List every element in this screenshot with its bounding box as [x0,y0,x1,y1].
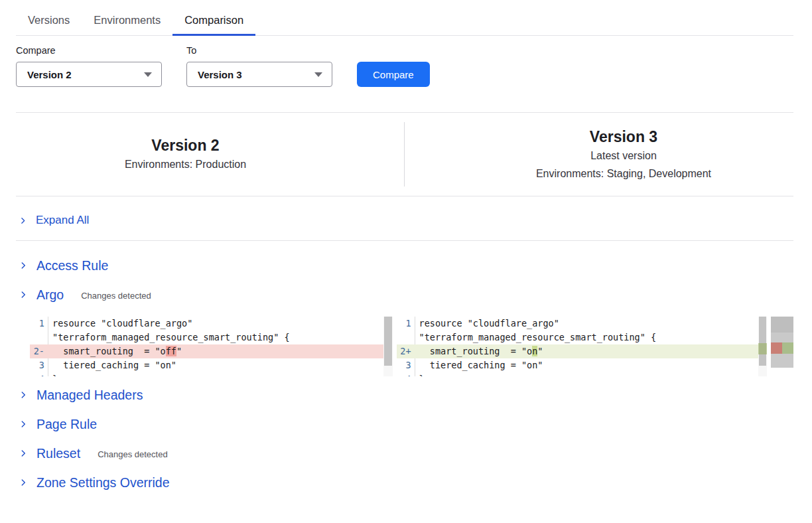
diff-code-left: 1 resource "cloudflare_argo" "terraform_… [30,317,383,376]
line-code: resource "cloudflare_argo" [48,317,192,331]
version-headers: Version 2 Environments: Production Versi… [16,113,793,196]
scrollbar-thumb[interactable] [759,317,766,366]
expand-all-button[interactable]: Expand All [19,214,89,227]
section-label: Argo [36,287,64,303]
diff-line: 3 tiered_caching = "on" [30,358,383,372]
version-left-title: Version 2 [16,135,355,155]
version-right-environments: Environments: Staging, Development [454,165,793,183]
line-number [30,331,48,344]
overview-added-marker [782,342,793,354]
scrollbar-added-marker [758,343,767,354]
diff-line-removed: 2- smart_routing = "off" [30,344,383,358]
chevron-down-icon [144,72,152,77]
compare-to-select[interactable]: Version 3 [186,62,332,87]
line-code: } [415,372,425,376]
diff-line: 3 tiered_caching = "on" [397,358,758,372]
version-left-header: Version 2 Environments: Production [16,135,404,173]
changes-badge: Changes detected [81,289,151,301]
line-number: 3 [397,358,415,372]
diff-line-added: 2+ smart_routing = "on" [397,344,758,358]
expand-all-row: Expand All [16,196,793,241]
line-number [397,331,415,344]
diff-line: 4 } [397,372,758,376]
chevron-right-icon [19,449,28,458]
compare-button[interactable]: Compare [357,62,430,87]
version-right-header: Version 3 Latest version Environments: S… [405,127,793,183]
argo-diff-view: 1 resource "cloudflare_argo" "terraform_… [30,317,793,376]
line-code: smart_routing = "on" [415,344,543,358]
chevron-right-icon [19,261,28,270]
section-label: Zone Settings Override [36,475,170,490]
line-code: smart_routing = "off" [48,344,182,358]
resource-sections: Access Rule Argo Changes detected 1 reso… [16,241,793,490]
section-access-rule[interactable]: Access Rule [16,258,793,273]
version-left-environments: Environments: Production [16,155,355,173]
changes-badge: Changes detected [98,447,168,459]
section-label: Access Rule [36,258,108,273]
line-code: "terraform_managed_resource_smart_routin… [415,331,657,344]
comparison-page: Versions Environments Comparison Compare… [0,0,812,490]
diff-line: 1 resource "cloudflare_argo" [30,317,383,331]
section-managed-headers[interactable]: Managed Headers [16,388,793,403]
diff-pane-right: 1 resource "cloudflare_argo" "terraform_… [397,317,793,376]
compare-to-group: To Version 3 [186,45,332,87]
tab-bar: Versions Environments Comparison [16,8,793,36]
scrollbar-right[interactable] [758,317,767,376]
chevron-down-icon [314,72,322,77]
line-number: 2+ [397,344,415,358]
line-number: 2- [30,344,48,358]
section-zone-settings-override[interactable]: Zone Settings Override [16,475,793,490]
expand-all-label: Expand All [36,214,89,227]
compare-from-label: Compare [16,45,162,56]
line-code: resource "cloudflare_argo" [415,317,559,331]
diff-line: 1 resource "cloudflare_argo" [397,317,758,331]
section-label: Ruleset [36,446,80,461]
removed-text-highlight: ff [166,346,176,356]
section-label: Managed Headers [36,388,143,403]
section-page-rule[interactable]: Page Rule [16,417,793,432]
diff-line-wrap: "terraform_managed_resource_smart_routin… [30,331,383,344]
section-argo[interactable]: Argo Changes detected [16,287,793,303]
diff-line: 4 } [30,372,383,376]
diff-line-wrap: "terraform_managed_resource_smart_routin… [397,331,758,344]
line-code: tiered_caching = "on" [415,358,543,372]
diff-code-right: 1 resource "cloudflare_argo" "terraform_… [397,317,758,376]
scrollbar-thumb[interactable] [384,317,392,366]
line-number: 3 [30,358,48,372]
tab-environments[interactable]: Environments [82,8,172,35]
section-label: Page Rule [36,417,97,432]
section-ruleset[interactable]: Ruleset Changes detected [16,446,793,461]
compare-from-group: Compare Version 2 [16,45,162,87]
chevron-right-icon [19,216,27,225]
compare-from-value: Version 2 [27,69,72,80]
compare-to-value: Version 3 [198,69,242,80]
version-right-subtitle: Latest version [454,147,793,165]
overview-viewport [771,317,793,333]
line-number: 1 [397,317,415,331]
chevron-right-icon [19,290,28,299]
line-number: 4 [30,372,48,376]
diff-overview-ruler[interactable] [771,317,793,368]
chevron-right-icon [19,478,28,487]
diff-pane-left: 1 resource "cloudflare_argo" "terraform_… [30,317,393,376]
line-code: tiered_caching = "on" [48,358,176,372]
overview-removed-marker [771,342,782,354]
line-number: 1 [30,317,48,331]
chevron-right-icon [19,419,28,429]
compare-controls: Compare Version 2 To Version 3 Compare [16,45,793,87]
line-code: } [48,372,58,376]
tab-comparison[interactable]: Comparison [172,8,255,35]
line-code: "terraform_managed_resource_smart_routin… [48,331,290,344]
line-number: 4 [397,372,415,376]
scrollbar-left[interactable] [383,317,393,376]
compare-from-select[interactable]: Version 2 [16,62,162,87]
compare-to-label: To [186,45,332,56]
tab-versions[interactable]: Versions [16,8,82,35]
chevron-right-icon [19,390,28,400]
version-right-title: Version 3 [454,127,793,147]
